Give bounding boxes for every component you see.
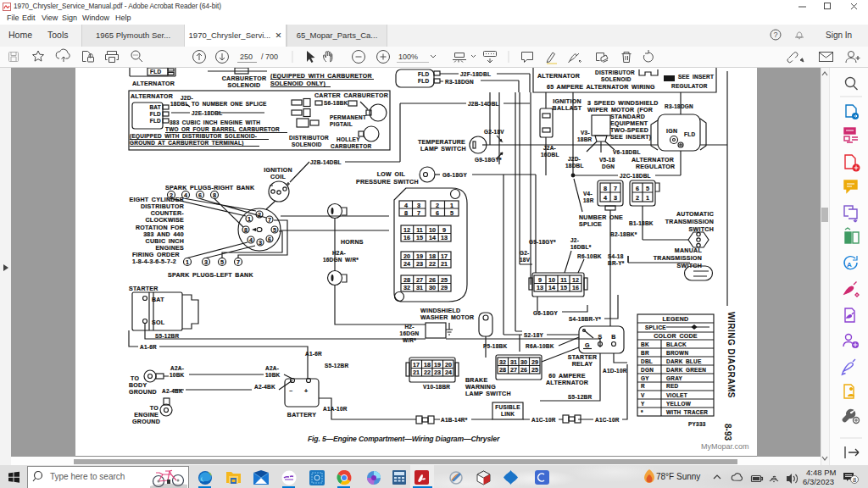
svg-text:26: 26 — [520, 366, 527, 374]
svg-text:WIRING DIAGRAMS: WIRING DIAGRAMS — [726, 312, 736, 398]
svg-text:TRANSMISSION: TRANSMISSION — [654, 255, 702, 261]
svg-text:HOLLEY: HOLLEY — [337, 136, 360, 142]
svg-text:28: 28 — [499, 366, 506, 374]
svg-text:SOLENOID: SOLENOID — [292, 141, 322, 147]
svg-text:SOLENOID ONLY): SOLENOID ONLY) — [270, 80, 326, 87]
svg-text:G6-18GY: G6-18GY — [533, 310, 559, 316]
svg-text:6: 6 — [268, 236, 271, 243]
svg-text:P5-18BK: P5-18BK — [483, 343, 507, 349]
svg-text:7: 7 — [614, 185, 617, 192]
svg-text:SPARK PLUGS-LEFT BANK: SPARK PLUGS-LEFT BANK — [168, 272, 253, 278]
svg-text:29: 29 — [531, 358, 538, 366]
svg-text:*: * — [641, 409, 643, 415]
svg-text:22: 22 — [424, 369, 431, 376]
svg-text:SPLICE: SPLICE — [645, 324, 666, 330]
svg-text:STANDARD: STANDARD — [610, 114, 645, 119]
svg-text:CARBURETOR: CARBURETOR — [222, 75, 267, 81]
svg-text:VIOLET: VIOLET — [666, 392, 687, 398]
svg-text:J2E-18DBL: J2E-18DBL — [192, 110, 222, 116]
svg-text:18V: 18V — [520, 257, 531, 263]
svg-text:17: 17 — [413, 361, 420, 369]
svg-text:15: 15 — [416, 234, 423, 241]
svg-text:13: 13 — [441, 234, 448, 241]
svg-text:ENGINES: ENGINES — [155, 245, 184, 251]
svg-text:A1-6R: A1-6R — [305, 351, 322, 357]
svg-text:LAMP SWITCH: LAMP SWITCH — [465, 391, 511, 396]
svg-text:A2-4BK: A2-4BK — [254, 384, 275, 390]
svg-text:J2-: J2- — [570, 237, 579, 243]
svg-text:ALTERNATOR: ALTERNATOR — [537, 73, 580, 79]
svg-text:PRESSURE SWITCH: PRESSURE SWITCH — [356, 179, 419, 185]
svg-text:16DBL*: 16DBL* — [570, 244, 592, 250]
svg-text:18DBL: 18DBL — [565, 163, 584, 169]
svg-text:S: S — [598, 334, 603, 340]
svg-text:31: 31 — [416, 284, 423, 291]
svg-text:383 CUBIC INCH ENGINE WITH: 383 CUBIC INCH ENGINE WITH — [170, 119, 260, 125]
svg-text:J2C-18DBL: J2C-18DBL — [620, 173, 651, 179]
svg-text:24: 24 — [403, 260, 410, 268]
svg-text:IGNITION: IGNITION — [264, 167, 292, 173]
svg-text:GROUND AT CARBURETOR TERMINAL): GROUND AT CARBURETOR TERMINAL) — [130, 140, 244, 147]
svg-text:FLD: FLD — [150, 111, 161, 117]
svg-text:30: 30 — [429, 284, 436, 291]
svg-text:DISTRIBUTOR: DISTRIBUTOR — [595, 69, 635, 75]
svg-text:A1-6R: A1-6R — [140, 344, 157, 350]
svg-text:6: 6 — [436, 209, 439, 217]
svg-text:8: 8 — [213, 191, 216, 199]
svg-text:G2-: G2- — [520, 250, 530, 256]
svg-text:8-93: 8-93 — [723, 424, 732, 441]
svg-text:BAT: BAT — [152, 297, 164, 302]
svg-text:A1B-14R*: A1B-14R* — [441, 417, 468, 423]
svg-text:3: 3 — [614, 194, 617, 202]
svg-text:31: 31 — [510, 358, 517, 366]
svg-text:G2-18V: G2-18V — [484, 129, 504, 135]
svg-text:BAT: BAT — [149, 104, 161, 110]
svg-text:IGNITION: IGNITION — [553, 98, 581, 104]
svg-text:NUMBER ONE: NUMBER ONE — [579, 214, 623, 220]
svg-text:16DGN W/R*: 16DGN W/R* — [323, 257, 359, 263]
svg-text:BROWN: BROWN — [666, 350, 688, 356]
svg-text:TO: TO — [150, 405, 159, 411]
svg-text:TWO-SPEED: TWO-SPEED — [610, 127, 648, 133]
svg-text:ALTERNATOR: ALTERNATOR — [632, 157, 674, 163]
svg-text:R6-10BK: R6-10BK — [577, 253, 602, 259]
svg-text:H2-: H2- — [404, 324, 414, 330]
svg-text:23: 23 — [434, 369, 441, 376]
svg-text:9: 9 — [442, 226, 446, 234]
svg-text:12: 12 — [572, 276, 579, 284]
svg-text:FUSIBLE: FUSIBLE — [495, 404, 520, 410]
svg-text:V4-: V4- — [583, 191, 593, 197]
svg-text:SPARK PLUGS-RIGHT BANK: SPARK PLUGS-RIGHT BANK — [165, 185, 254, 191]
svg-text:18: 18 — [429, 252, 436, 260]
svg-text:IGN: IGN — [666, 128, 677, 134]
svg-text:17: 17 — [441, 252, 448, 260]
svg-text:6: 6 — [198, 191, 202, 199]
svg-text:J2A-: J2A- — [543, 145, 556, 151]
svg-text:SWITCH: SWITCH — [689, 226, 714, 232]
svg-text:PERMANENT: PERMANENT — [330, 114, 366, 120]
svg-text:FLD: FLD — [684, 131, 695, 137]
svg-text:32: 32 — [499, 358, 506, 366]
svg-text:GROUND: GROUND — [132, 419, 160, 424]
svg-text:MyMopar.com: MyMopar.com — [701, 442, 749, 451]
svg-text:24: 24 — [445, 369, 452, 376]
svg-text:SOL: SOL — [152, 319, 165, 325]
svg-text:60 AMPERE: 60 AMPERE — [548, 373, 585, 379]
svg-text:COLOR CODE: COLOR CODE — [654, 333, 698, 339]
svg-text:RED: RED — [666, 383, 678, 389]
svg-text:S5-12BR: S5-12BR — [325, 363, 348, 369]
svg-text:CLOCKWISE: CLOCKWISE — [146, 217, 185, 223]
svg-text:RELAY: RELAY — [572, 361, 593, 367]
svg-text:26: 26 — [429, 276, 436, 284]
svg-text:19: 19 — [434, 361, 441, 369]
svg-text:3: 3 — [259, 239, 262, 247]
svg-text:250: 250 — [240, 53, 253, 61]
svg-text:J2B-14DBL: J2B-14DBL — [468, 101, 499, 107]
svg-text:A2A-: A2A- — [170, 365, 184, 371]
svg-text:12: 12 — [403, 226, 410, 234]
svg-text:3 SPEED WINDSHIELD: 3 SPEED WINDSHIELD — [587, 100, 659, 106]
svg-text:PY333: PY333 — [688, 421, 706, 427]
svg-text:TEMPERATURE: TEMPERATURE — [418, 139, 465, 145]
svg-text:6: 6 — [636, 185, 639, 192]
svg-text:ALTERNATOR: ALTERNATOR — [546, 380, 588, 385]
